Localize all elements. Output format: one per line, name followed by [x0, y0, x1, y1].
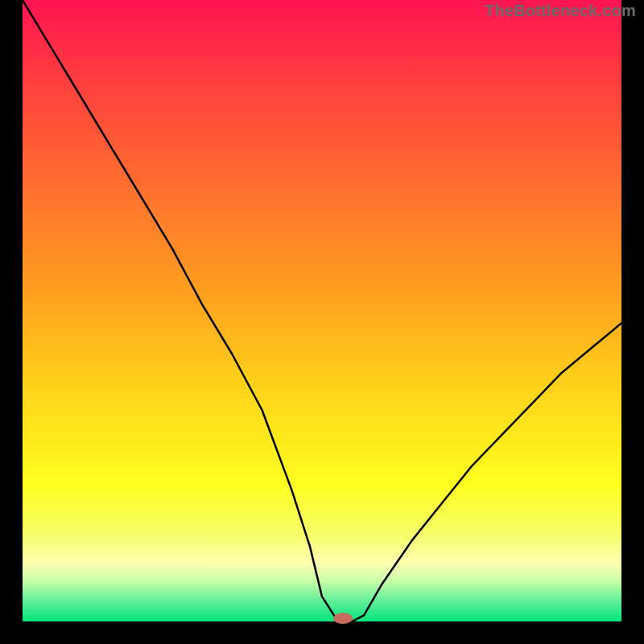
minimum-marker: [333, 613, 353, 624]
plot-area: [23, 0, 621, 621]
bottleneck-chart: TheBottleneck.com: [0, 0, 644, 644]
chart-svg: [0, 0, 644, 644]
watermark-text: TheBottleneck.com: [485, 2, 636, 20]
